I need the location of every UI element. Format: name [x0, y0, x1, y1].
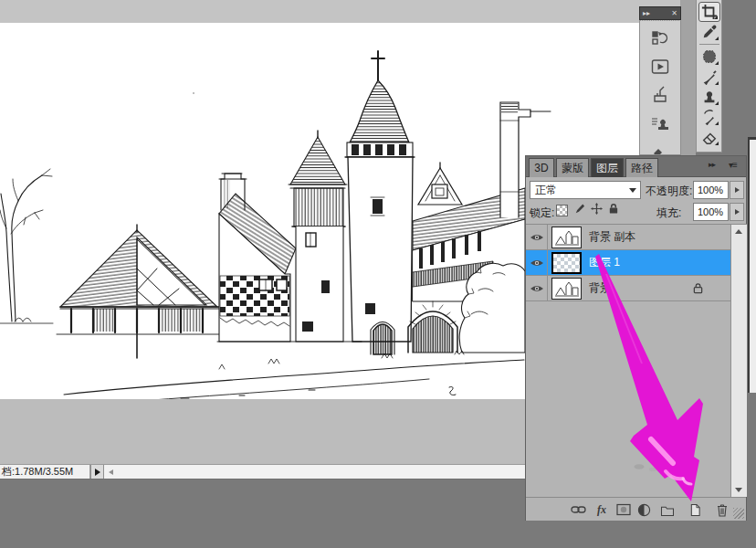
eye-icon	[530, 258, 544, 268]
blend-mode-value: 正常	[535, 184, 557, 196]
tools-panel	[696, 0, 722, 153]
new-group-icon[interactable]	[659, 502, 676, 517]
panel-menu-icon[interactable]: ▾≡	[729, 160, 737, 170]
document-top-strip	[0, 0, 696, 23]
clone-stamp-tool[interactable]	[698, 87, 720, 107]
horizontal-scrollbar[interactable]	[104, 465, 525, 479]
visibility-toggle[interactable]	[526, 225, 548, 249]
new-layer-button[interactable]	[687, 502, 703, 517]
collapse-panels-icon[interactable]: ▸▸	[643, 9, 650, 17]
layers-scrollbar[interactable]	[730, 224, 747, 497]
clone-source-icon[interactable]	[649, 113, 671, 133]
tab-masks[interactable]: 蒙版	[556, 158, 589, 177]
panel-dock: ▸▸ ✕	[639, 6, 681, 155]
layer-thumbnail[interactable]	[551, 227, 582, 248]
fill-label: 填充:	[656, 206, 681, 221]
layer-name: 背景 副本	[589, 229, 635, 245]
close-icon[interactable]: ✕	[671, 9, 677, 17]
lock-icon	[693, 282, 703, 297]
new-adjustment-layer-icon[interactable]	[635, 502, 652, 517]
tool-presets-icon[interactable]	[649, 85, 671, 105]
fill-value[interactable]: 100%	[693, 203, 729, 221]
eraser-tool[interactable]	[698, 127, 720, 147]
layer-row-background[interactable]: 背景	[526, 276, 730, 301]
status-menu-button[interactable]	[90, 465, 104, 479]
lock-all-icon[interactable]	[608, 203, 619, 217]
add-layer-mask-icon[interactable]	[615, 502, 632, 517]
hidden-panel-edge	[748, 137, 756, 393]
eye-icon	[530, 233, 544, 242]
status-bar: 档:1.78M/3.55M	[0, 464, 525, 480]
tab-paths[interactable]: 路径	[625, 158, 658, 177]
history-brush-tool[interactable]	[698, 107, 720, 127]
lock-transparency-icon[interactable]	[556, 205, 568, 216]
right-arrow-icon	[95, 469, 100, 476]
crop-tool[interactable]	[698, 2, 720, 22]
layer-name: 背景	[589, 280, 611, 296]
visibility-toggle[interactable]	[526, 250, 548, 275]
document-size-readout: 档:1.78M/3.55M	[0, 465, 90, 479]
blend-mode-select[interactable]: 正常	[530, 181, 641, 199]
panel-resize-grip[interactable]	[733, 508, 744, 519]
layer-name: 图层 1	[589, 255, 620, 270]
eye-icon	[530, 284, 544, 293]
document-background	[0, 399, 525, 464]
panel-gutter	[680, 0, 696, 155]
lock-move-icon[interactable]	[591, 203, 603, 217]
fill-spinner[interactable]	[730, 203, 744, 221]
lock-options	[556, 203, 619, 217]
tool-separator	[699, 44, 719, 45]
layer-thumbnail[interactable]	[551, 278, 582, 300]
opacity-value[interactable]: 100%	[693, 181, 729, 199]
actions-icon[interactable]	[649, 57, 671, 77]
eyedropper-tool[interactable]	[698, 22, 720, 42]
scroll-left-icon	[109, 469, 113, 475]
layer-style-icon[interactable]: fx	[593, 502, 610, 517]
dock-body	[639, 20, 681, 155]
tab-layers[interactable]: 图层	[591, 158, 624, 177]
lock-paint-icon[interactable]	[573, 203, 585, 217]
layer-thumbnail[interactable]	[551, 252, 582, 274]
lock-label: 锁定:	[530, 206, 554, 221]
link-layers-icon[interactable]	[570, 502, 586, 517]
right-arrow-icon	[735, 209, 740, 215]
tab-3d[interactable]: 3D	[529, 158, 554, 177]
visibility-toggle[interactable]	[526, 276, 548, 300]
delete-layer-icon[interactable]	[714, 502, 730, 517]
photoshop-window: 档:1.78M/3.55M ▸▸ ✕	[0, 0, 756, 548]
history-icon[interactable]	[649, 28, 671, 48]
opacity-label: 不透明度:	[646, 184, 692, 199]
brushes-icon[interactable]	[649, 142, 671, 155]
panel-tab-bar: 3D 蒙版 图层 路径 ▸▸ ▾≡	[526, 156, 746, 177]
layers-panel: 3D 蒙版 图层 路径 ▸▸ ▾≡ 正常 不透明度: 100% 锁定: 填充:	[525, 155, 747, 521]
layer-row-background-copy[interactable]: 背景 副本	[526, 225, 730, 250]
spot-healing-tool[interactable]	[698, 47, 720, 67]
layer-row-layer-1[interactable]: 图层 1	[526, 250, 730, 276]
chevron-down-icon	[629, 188, 636, 193]
layers-bottom-bar: fx	[526, 497, 746, 521]
layer-controls: 正常 不透明度: 100% 锁定: 填充: 100%	[526, 177, 746, 224]
scroll-down-icon[interactable]	[735, 488, 742, 492]
right-arrow-icon	[735, 187, 740, 193]
layer-list: 背景 副本 图层 1 背景	[526, 224, 730, 497]
collapse-panel-icon[interactable]: ▸▸	[709, 160, 715, 169]
dock-header: ▸▸ ✕	[639, 6, 681, 20]
scroll-up-icon[interactable]	[735, 229, 742, 234]
brush-tool[interactable]	[698, 67, 720, 87]
opacity-spinner[interactable]	[730, 181, 744, 199]
